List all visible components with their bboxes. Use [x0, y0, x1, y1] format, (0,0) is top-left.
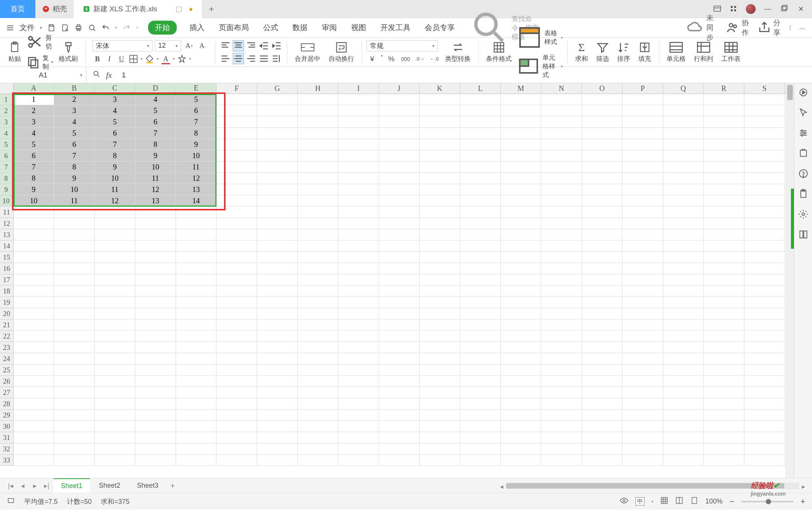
cell-D28[interactable]: [135, 398, 176, 410]
cell-C25[interactable]: [95, 364, 135, 376]
cell-I10[interactable]: [338, 195, 379, 207]
sheet-next-icon[interactable]: ▸: [29, 481, 40, 491]
redo-dropdown-icon[interactable]: ▾: [136, 25, 138, 30]
cell-O33[interactable]: [582, 455, 623, 466]
cell-F7[interactable]: [217, 162, 257, 173]
fx-label[interactable]: fx: [106, 70, 112, 80]
cell-B26[interactable]: [54, 376, 95, 387]
tab-document[interactable]: S 新建 XLS 工作表.xls ▢ ●: [74, 0, 202, 18]
cell-E10[interactable]: 14: [176, 195, 217, 207]
cell-D11[interactable]: [135, 207, 176, 218]
cell-L26[interactable]: [460, 376, 501, 387]
cell-C16[interactable]: [95, 263, 135, 274]
cell-A26[interactable]: [14, 376, 54, 387]
cell-H10[interactable]: [298, 195, 338, 207]
cell-D30[interactable]: [135, 421, 176, 432]
cell-K31[interactable]: [420, 432, 460, 443]
cell-H17[interactable]: [298, 274, 338, 286]
cell-G29[interactable]: [257, 410, 298, 421]
cell-H13[interactable]: [298, 229, 338, 240]
cell-D31[interactable]: [135, 432, 176, 443]
cell-B9[interactable]: 10: [54, 184, 95, 195]
cell-B12[interactable]: [54, 218, 95, 229]
cell-C21[interactable]: [95, 319, 135, 331]
cell-S14[interactable]: [744, 240, 785, 252]
cell-S21[interactable]: [744, 319, 785, 331]
cell-O13[interactable]: [582, 229, 623, 240]
wrap-group[interactable]: 自动换行: [326, 38, 357, 67]
cell-G19[interactable]: [257, 297, 298, 308]
percent-icon[interactable]: %: [386, 54, 397, 64]
cell-N16[interactable]: [541, 263, 582, 274]
cell-P22[interactable]: [623, 331, 663, 342]
cell-P27[interactable]: [623, 387, 663, 398]
cell-K3[interactable]: [420, 116, 460, 128]
cell-B14[interactable]: [54, 240, 95, 252]
cell-G17[interactable]: [257, 274, 298, 286]
side-select-icon[interactable]: [798, 107, 809, 118]
currency-icon[interactable]: ¥: [367, 54, 378, 64]
cell-O15[interactable]: [582, 252, 623, 263]
cell-J25[interactable]: [379, 364, 420, 376]
cell-E30[interactable]: [176, 421, 217, 432]
cell-H27[interactable]: [298, 387, 338, 398]
cell-I25[interactable]: [338, 364, 379, 376]
cell-E1[interactable]: 5: [176, 94, 217, 105]
cell-M19[interactable]: [501, 297, 541, 308]
cell-C7[interactable]: 9: [95, 162, 135, 173]
cell-G9[interactable]: [257, 184, 298, 195]
cell-C9[interactable]: 11: [95, 184, 135, 195]
cell-N10[interactable]: [541, 195, 582, 207]
cell-P3[interactable]: [623, 116, 663, 128]
cell-K29[interactable]: [420, 410, 460, 421]
cell-J6[interactable]: [379, 150, 420, 162]
cell-N28[interactable]: [541, 398, 582, 410]
cell-E20[interactable]: [176, 308, 217, 319]
cell-B5[interactable]: 6: [54, 139, 95, 150]
col-header-D[interactable]: D: [135, 83, 176, 94]
menu-insert[interactable]: 插入: [188, 20, 206, 35]
cell-G5[interactable]: [257, 139, 298, 150]
align-top-left-icon[interactable]: [220, 40, 231, 51]
cell-S6[interactable]: [744, 150, 785, 162]
col-header-L[interactable]: L: [460, 83, 501, 94]
cell-S24[interactable]: [744, 353, 785, 364]
cell-A9[interactable]: 9: [14, 184, 54, 195]
print-icon[interactable]: [74, 24, 83, 32]
collab-button[interactable]: 协作: [726, 18, 750, 38]
cell-R17[interactable]: [704, 274, 744, 286]
cells-container[interactable]: 1234523456345674567856789678910789101189…: [14, 94, 786, 478]
cell-C10[interactable]: 12: [95, 195, 135, 207]
cell-S5[interactable]: [744, 139, 785, 150]
cell-J28[interactable]: [379, 398, 420, 410]
cell-C22[interactable]: [95, 331, 135, 342]
cell-H30[interactable]: [298, 421, 338, 432]
cell-O16[interactable]: [582, 263, 623, 274]
cell-G27[interactable]: [257, 387, 298, 398]
row-header-15[interactable]: 15: [0, 252, 13, 263]
table-style-button[interactable]: 表格样式▾: [517, 25, 563, 50]
cell-D5[interactable]: 8: [135, 139, 176, 150]
cell-E4[interactable]: 8: [176, 128, 217, 139]
cell-Q32[interactable]: [663, 443, 704, 455]
cell-M25[interactable]: [501, 364, 541, 376]
cell-N6[interactable]: [541, 150, 582, 162]
cell-A21[interactable]: [14, 319, 54, 331]
cell-E3[interactable]: 7: [176, 116, 217, 128]
cell-Q23[interactable]: [663, 342, 704, 353]
cell-P13[interactable]: [623, 229, 663, 240]
cell-B27[interactable]: [54, 387, 95, 398]
cell-M7[interactable]: [501, 162, 541, 173]
cell-C4[interactable]: 6: [95, 128, 135, 139]
tab-docke[interactable]: 稻壳: [35, 0, 74, 18]
cell-E12[interactable]: [176, 218, 217, 229]
cell-I2[interactable]: [338, 105, 379, 116]
cell-B29[interactable]: [54, 410, 95, 421]
cell-O10[interactable]: [582, 195, 623, 207]
col-header-S[interactable]: S: [744, 83, 785, 94]
zoom-slider[interactable]: [741, 501, 794, 502]
cell-J7[interactable]: [379, 162, 420, 173]
cell-J20[interactable]: [379, 308, 420, 319]
cell-F28[interactable]: [217, 398, 257, 410]
cell-L12[interactable]: [460, 218, 501, 229]
